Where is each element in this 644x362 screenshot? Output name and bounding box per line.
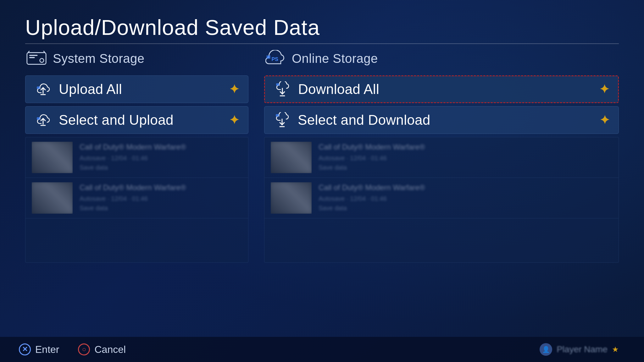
left-item-text-2: Call of Duty® Modern Warfare® Autosave ·… [80,183,242,213]
upload-all-plus-icon: ✦ [229,82,239,96]
left-panel: System Storage Upload All ✦ [25,50,248,263]
system-storage-icon [26,50,47,67]
left-item-title-2: Call of Duty® Modern Warfare® [80,183,242,192]
right-list-item-1[interactable]: Call of Duty® Modern Warfare® Autosave ·… [264,137,619,178]
left-thumb-1 [32,142,73,173]
right-item-text-1: Call of Duty® Modern Warfare® Autosave ·… [319,143,612,172]
cancel-button[interactable]: ○ Cancel [78,343,126,355]
cross-button-icon: ✕ [19,343,31,355]
left-list-area: Call of Duty® Modern Warfare® Autosave ·… [25,137,248,263]
right-thumb-2 [271,182,312,214]
right-item-meta-1: Autosave · 12/04 · 01:46Save data [319,153,612,172]
select-upload-icon [34,111,52,129]
left-item-title-1: Call of Duty® Modern Warfare® [80,143,242,151]
system-storage-header: System Storage [25,50,248,67]
user-avatar-icon: 👤 [540,343,552,356]
select-upload-label: Select and Upload [59,112,174,128]
right-item-title-1: Call of Duty® Modern Warfare® [319,143,612,151]
circle-symbol: ○ [82,345,86,354]
select-upload-plus-icon: ✦ [229,113,239,127]
enter-label: Enter [35,344,59,355]
right-list-item-2[interactable]: Call of Duty® Modern Warfare® Autosave ·… [264,178,619,218]
download-all-button[interactable]: Download All ✦ [264,75,619,103]
svg-rect-17 [276,83,279,86]
bottom-bar: ✕ Enter ○ Cancel 👤 Player Name ★ [0,337,644,362]
svg-rect-7 [37,86,40,89]
svg-rect-2 [29,57,35,58]
select-download-icon [273,111,291,129]
svg-point-3 [40,58,44,62]
upload-all-button[interactable]: Upload All ✦ [25,75,248,103]
select-download-plus-icon: ✦ [600,113,610,127]
right-thumb-1 [271,142,312,173]
left-thumb-2 [32,182,73,214]
download-all-plus-icon: ✦ [599,82,609,96]
left-list-item-2[interactable]: Call of Duty® Modern Warfare® Autosave ·… [25,178,248,218]
online-storage-label: Online Storage [292,52,378,66]
enter-button[interactable]: ✕ Enter [19,343,59,355]
user-label: Player Name [557,344,608,354]
download-all-label: Download All [298,81,379,97]
cancel-label: Cancel [94,344,126,355]
system-storage-label: System Storage [53,52,145,66]
svg-rect-21 [276,114,279,117]
ps-plus-icon: ★ [612,345,619,354]
svg-rect-11 [37,117,40,120]
title-divider [25,43,619,44]
right-item-title-2: Call of Duty® Modern Warfare® [319,183,612,192]
right-item-text-2: Call of Duty® Modern Warfare® Autosave ·… [319,183,612,213]
download-all-icon [274,80,291,98]
svg-text:PS: PS [272,57,279,62]
right-item-meta-2: Autosave · 12/04 · 01:46Save data [319,194,612,213]
select-download-label: Select and Download [298,112,430,128]
upload-all-label: Upload All [59,81,122,97]
page-title: Upload/Download Saved Data [25,15,320,40]
upload-all-icon [34,80,52,98]
svg-rect-1 [29,55,38,56]
online-storage-header: PS Online Storage [264,50,619,67]
left-item-text-1: Call of Duty® Modern Warfare® Autosave ·… [80,143,242,172]
right-panel: PS Online Storage Download All ✦ [264,50,619,263]
online-storage-icon: PS [265,50,286,67]
select-download-button[interactable]: Select and Download ✦ [264,106,619,134]
right-list-area: Call of Duty® Modern Warfare® Autosave ·… [264,137,619,263]
select-upload-button[interactable]: Select and Upload ✦ [25,106,248,134]
left-list-item[interactable]: Call of Duty® Modern Warfare® Autosave ·… [25,137,248,178]
bottom-right-area: 👤 Player Name ★ [540,343,619,356]
left-item-meta-2: Autosave · 12/04 · 01:46Save data [80,194,242,213]
circle-button-icon: ○ [78,343,90,355]
cross-symbol: ✕ [22,345,28,354]
left-item-meta-1: Autosave · 12/04 · 01:46Save data [80,153,242,172]
